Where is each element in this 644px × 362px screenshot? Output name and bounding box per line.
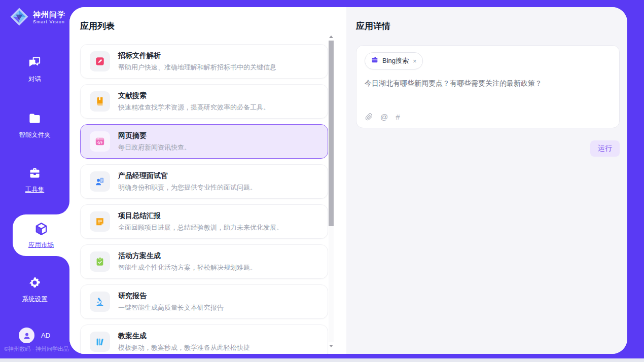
app-card-literature-search[interactable]: 文献搜索 快速精准查找学术资源，提高研究效率的必备工具。 bbox=[80, 84, 328, 119]
chat-icon bbox=[28, 56, 42, 71]
avatar bbox=[19, 328, 34, 343]
scrollbar-track[interactable] bbox=[329, 41, 334, 342]
browser-code-icon bbox=[90, 131, 110, 152]
folder-icon bbox=[28, 112, 42, 127]
mention-icon[interactable]: @ bbox=[380, 113, 388, 121]
app-card-bid-parse[interactable]: 招标文件解析 帮助用户快速、准确地理解和解析招标书中的关键信息 bbox=[80, 44, 328, 79]
sidebar-item-app-market[interactable]: 应用市场 bbox=[13, 214, 69, 256]
app-card-desc: 明确身份和职责，为您提供专业性的面试问题。 bbox=[118, 183, 257, 192]
content-window: 应用列表 招标文件解析 帮助用户快速、准确地理解和解析招标书中的关键信息 bbox=[69, 7, 627, 354]
app-card-desc: 每日政府新闻资讯快查。 bbox=[118, 143, 191, 152]
app-detail-title: 应用详情 bbox=[356, 20, 620, 32]
clipboard-check-icon bbox=[90, 251, 110, 272]
app-card-research-report[interactable]: 研究报告 一键智能生成高质量长文本研究报告 bbox=[80, 284, 328, 319]
app-card-title: 招标文件解析 bbox=[118, 51, 276, 60]
page-bottom-strip bbox=[0, 358, 644, 362]
paperclip-icon[interactable] bbox=[365, 113, 373, 121]
close-icon[interactable]: × bbox=[412, 57, 417, 65]
active-notch-top bbox=[56, 201, 69, 214]
app-list-title: 应用列表 bbox=[80, 20, 346, 32]
toolbox-icon bbox=[28, 166, 42, 182]
scrollbar-thumb[interactable] bbox=[329, 41, 334, 226]
sidebar-item-label: 智能文件夹 bbox=[19, 131, 51, 139]
app-card-title: 教案生成 bbox=[118, 332, 250, 341]
app-card-desc: 智能生成个性化活动方案，轻松解决规划难题。 bbox=[118, 263, 257, 272]
composer-toolbar: @ # bbox=[365, 113, 400, 121]
active-notch-bottom bbox=[56, 256, 69, 269]
edit-document-icon bbox=[90, 51, 110, 71]
brand-logo: 神州问学 Smart Vision bbox=[9, 7, 65, 29]
app-card-title: 研究报告 bbox=[118, 292, 224, 301]
app-card-desc: 帮助用户快速、准确地理解和解析招标书中的关键信息 bbox=[118, 63, 276, 72]
app-card-title: 网页摘要 bbox=[118, 131, 191, 140]
sidebar-item-label: 应用市场 bbox=[28, 241, 54, 249]
app-card-desc: 全面回顾项目进展，总结经验教训，助力未来优化发展。 bbox=[118, 223, 283, 232]
app-card-project-summary[interactable]: 项目总结汇报 全面回顾项目进展，总结经验教训，助力未来优化发展。 bbox=[80, 204, 328, 239]
app-card-title: 产品经理面试官 bbox=[118, 171, 257, 180]
app-card-desc: 模板驱动，教案秒成，教学准备从此轻松快捷 bbox=[118, 343, 250, 352]
copyright-footer: ©神州数码 · 神州问学出品 bbox=[4, 345, 69, 353]
tool-tag-label: Bing搜索 bbox=[382, 56, 409, 65]
sidebar-item-settings[interactable]: 系统设置 bbox=[0, 276, 69, 304]
book-icon bbox=[90, 91, 110, 112]
sidebar-item-label: 工具集 bbox=[25, 186, 45, 194]
sidebar-item-smart-folder[interactable]: 智能文件夹 bbox=[0, 112, 69, 139]
app-card-event-plan[interactable]: 活动方案生成 智能生成个性化活动方案，轻松解决规划难题。 bbox=[80, 244, 328, 279]
hashtag-icon[interactable]: # bbox=[396, 113, 400, 121]
list-scrollbar bbox=[328, 33, 334, 349]
brand-title: 神州问学 bbox=[33, 11, 65, 19]
run-row: 运行 bbox=[356, 140, 620, 157]
briefcase-icon bbox=[371, 56, 379, 66]
app-card-title: 活动方案生成 bbox=[118, 251, 257, 261]
microscope-icon bbox=[90, 292, 110, 312]
sidebar-item-toolkit[interactable]: 工具集 bbox=[0, 166, 69, 194]
scroll-down-icon[interactable] bbox=[328, 343, 334, 349]
tool-tag-bing-search[interactable]: Bing搜索 × bbox=[365, 52, 423, 69]
app-card-desc: 快速精准查找学术资源，提高研究效率的必备工具。 bbox=[118, 103, 270, 112]
brand-subtitle: Smart Vision bbox=[33, 20, 65, 25]
app-card-lesson-plan[interactable]: 教案生成 模板驱动，教案秒成，教学准备从此轻松快捷 bbox=[80, 324, 328, 354]
books-icon bbox=[90, 332, 110, 352]
app-card-web-summary[interactable]: 网页摘要 每日政府新闻资讯快查。 bbox=[80, 124, 328, 159]
app-card-title: 项目总结汇报 bbox=[118, 211, 283, 221]
query-composer: Bing搜索 × 今日湖北有哪些新闻要点？有哪些需要关注的最新政策？ @ # bbox=[356, 45, 620, 128]
app-list-panel: 应用列表 招标文件解析 帮助用户快速、准确地理解和解析招标书中的关键信息 bbox=[69, 7, 346, 354]
user-name: AD bbox=[41, 332, 50, 339]
diamond-logo-icon bbox=[9, 7, 29, 29]
app-detail-panel: 应用详情 Bing搜索 × 今日湖北有哪些新闻要点？有哪些需要关注的最新政策？ bbox=[346, 7, 627, 354]
sidebar-item-label: 系统设置 bbox=[22, 295, 48, 304]
sidebar: 神州问学 Smart Vision 对话 智能文件夹 工具集 bbox=[0, 0, 69, 362]
gear-icon bbox=[28, 276, 42, 292]
note-icon bbox=[90, 211, 110, 232]
run-button[interactable]: 运行 bbox=[590, 140, 620, 157]
app-card-desc: 一键智能生成高质量长文本研究报告 bbox=[118, 303, 224, 312]
query-input[interactable]: 今日湖北有哪些新闻要点？有哪些需要关注的最新政策？ bbox=[365, 79, 611, 88]
scroll-up-icon[interactable] bbox=[328, 33, 334, 40]
sidebar-item-chat[interactable]: 对话 bbox=[0, 56, 69, 84]
app-card-list: 招标文件解析 帮助用户快速、准确地理解和解析招标书中的关键信息 文献搜索 快速精… bbox=[80, 44, 328, 354]
sidebar-item-label: 对话 bbox=[28, 75, 41, 84]
user-account[interactable]: AD bbox=[19, 328, 50, 343]
app-card-title: 文献搜索 bbox=[118, 91, 270, 100]
cube-icon bbox=[34, 222, 49, 238]
interviewer-icon bbox=[90, 171, 110, 192]
app-card-pm-interviewer[interactable]: 产品经理面试官 明确身份和职责，为您提供专业性的面试问题。 bbox=[80, 164, 328, 199]
